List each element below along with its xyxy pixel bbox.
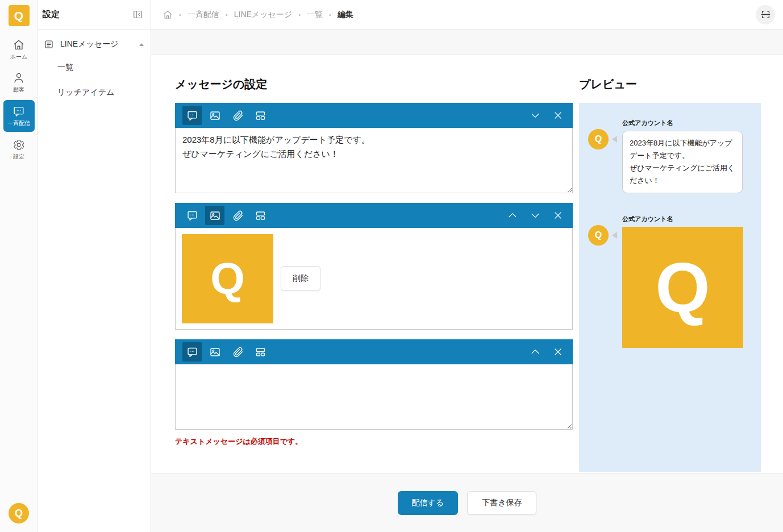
breadcrumb-item-broadcast[interactable]: 一斉配信: [188, 10, 219, 20]
sidebar-item-list[interactable]: 一覧: [38, 55, 151, 80]
preview-panel: Q 公式アカウント名 2023年8月に以下機能がアップデート予定です。 ぜひマー…: [579, 103, 761, 472]
paperclip-icon: [232, 110, 244, 122]
block-toolbar: [175, 103, 573, 128]
bubble-tail-icon: [612, 232, 617, 239]
layout-grid-icon: [255, 346, 266, 358]
message-block-text-2: [175, 339, 573, 430]
account-avatar: Q: [588, 129, 609, 149]
preview-title: プレビュー: [579, 77, 761, 92]
layout-tool-button[interactable]: [251, 342, 270, 361]
image-block-body: Q 削除: [175, 228, 573, 330]
block-controls: [528, 344, 565, 359]
rail-item-label: 顧客: [13, 86, 24, 94]
sidebar-collapse-button[interactable]: [131, 9, 144, 21]
delete-image-button[interactable]: 削除: [281, 266, 320, 291]
breadcrumb-home[interactable]: [163, 10, 173, 20]
chevron-down-icon: [530, 210, 541, 221]
subheader-strip: [151, 30, 783, 55]
text-message-input-2[interactable]: [175, 364, 573, 430]
remove-block-button[interactable]: [551, 208, 565, 223]
close-icon: [552, 210, 564, 221]
memo-icon: [44, 39, 54, 49]
sidebar-section-line-message[interactable]: LINEメッセージ: [38, 30, 151, 55]
rail-item-home[interactable]: ホーム: [3, 34, 35, 65]
help-bubble-button[interactable]: Q: [9, 503, 29, 523]
send-broadcast-button[interactable]: 配信する: [398, 491, 459, 515]
move-up-button[interactable]: [528, 344, 543, 359]
text-message-icon: [186, 110, 198, 122]
text-message-tool-button[interactable]: [182, 206, 202, 225]
app-window: Q ホーム 顧客 一斉配信: [0, 0, 783, 532]
preview-section: プレビュー Q 公式アカウント名 2023年8月に以下機能がアップデート予定です…: [579, 55, 761, 473]
message-block-image: Q 削除: [175, 203, 573, 330]
breadcrumb-item-edit-current: 編集: [338, 10, 353, 20]
breadcrumb-separator: •: [329, 11, 331, 18]
rail-item-broadcast[interactable]: 一斉配信: [3, 100, 35, 132]
chevron-down-icon: [530, 110, 541, 121]
broadcast-icon: [13, 105, 25, 118]
move-up-button[interactable]: [505, 208, 520, 223]
rail-item-label: ホーム: [10, 53, 27, 61]
account-avatar: Q: [588, 225, 609, 246]
bubble-tail-icon: [612, 136, 617, 143]
message-editor: メッセージの設定: [175, 55, 573, 473]
attachment-tool-button[interactable]: [228, 206, 247, 225]
breadcrumb-separator: •: [298, 11, 301, 18]
block-toolbar: [175, 339, 573, 364]
paperclip-icon: [232, 346, 244, 358]
collapse-panel-icon: [132, 9, 143, 20]
sidebar-section-label: LINEメッセージ: [60, 39, 118, 49]
preview-message-image: Q 公式アカウント名 Q: [588, 215, 752, 348]
text-message-input-1[interactable]: 2023年8月に以下機能がアップデート予定です。 ぜひマーケティングにご活用くだ…: [175, 128, 573, 193]
chevron-up-icon: [530, 346, 541, 358]
home-icon: [163, 10, 173, 20]
topbar-right: [756, 5, 775, 24]
breadcrumb-item-list[interactable]: 一覧: [307, 10, 323, 20]
breadcrumb-separator: •: [179, 11, 181, 18]
layout-tool-button[interactable]: [251, 106, 270, 125]
breadcrumb-item-line-message[interactable]: LINEメッセージ: [234, 10, 292, 20]
move-down-button[interactable]: [528, 208, 543, 223]
block-controls: [528, 108, 565, 123]
settings-sidebar: 設定 LINEメッセージ 一覧 リッチアイテム: [38, 0, 151, 532]
preview-image: Q: [622, 227, 743, 348]
image-icon: [209, 110, 221, 122]
text-message-tool-button[interactable]: [182, 106, 202, 125]
action-footer: 配信する 下書き保存: [151, 473, 783, 532]
block-toolbar: [175, 203, 573, 228]
account-name-label: 公式アカウント名: [622, 119, 743, 127]
gear-icon: [13, 139, 25, 151]
rail-item-label: 一斉配信: [7, 119, 30, 127]
brand-logo[interactable]: Q: [9, 5, 30, 26]
layout-tool-button[interactable]: [251, 206, 270, 225]
close-icon: [552, 346, 564, 358]
layout-grid-icon: [255, 210, 266, 222]
image-tool-button[interactable]: [205, 206, 224, 225]
breadcrumb-separator: •: [226, 11, 228, 18]
rail-item-label: 設定: [13, 153, 24, 161]
nav-rail: Q ホーム 顧客 一斉配信: [0, 0, 38, 532]
topbar: • 一斉配信 • LINEメッセージ • 一覧 • 編集: [151, 0, 783, 30]
sidebar-item-rich-item[interactable]: リッチアイテム: [38, 80, 151, 105]
fullscreen-button[interactable]: [756, 5, 775, 24]
breadcrumb: • 一斉配信 • LINEメッセージ • 一覧 • 編集: [163, 10, 353, 20]
preview-text-bubble: 2023年8月に以下機能がアップデート予定です。 ぜひマーケティングにご活用くだ…: [622, 131, 743, 193]
remove-block-button[interactable]: [551, 108, 565, 123]
save-draft-button[interactable]: 下書き保存: [467, 491, 536, 515]
move-down-button[interactable]: [528, 108, 543, 123]
rail-item-settings[interactable]: 設定: [3, 134, 35, 165]
image-icon: [209, 346, 221, 358]
home-icon: [13, 39, 25, 51]
validation-error-message: テキストメッセージは必須項目です。: [175, 437, 573, 447]
text-message-tool-button[interactable]: [182, 342, 202, 361]
image-tool-button[interactable]: [205, 342, 224, 361]
uploaded-image-thumbnail: Q: [182, 234, 273, 323]
message-block-text-1: 2023年8月に以下機能がアップデート予定です。 ぜひマーケティングにご活用くだ…: [175, 103, 573, 193]
attachment-tool-button[interactable]: [228, 342, 247, 361]
image-tool-button[interactable]: [205, 106, 224, 125]
remove-block-button[interactable]: [551, 344, 565, 359]
rail-item-customers[interactable]: 顧客: [3, 67, 35, 98]
fullscreen-scan-icon: [760, 9, 771, 20]
attachment-tool-button[interactable]: [228, 106, 247, 125]
customer-icon: [13, 72, 25, 84]
